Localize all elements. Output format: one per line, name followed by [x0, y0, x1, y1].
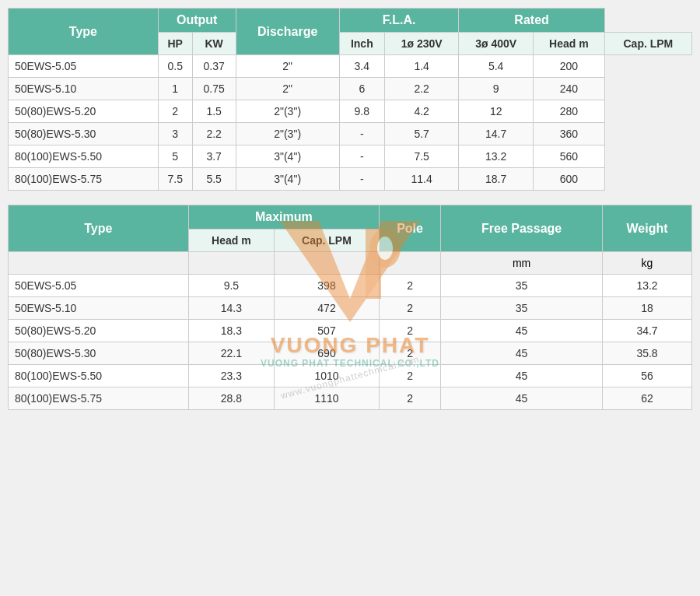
- table2-head-unit: [188, 252, 274, 275]
- cell-type: 50(80)EWS-5.30: [9, 123, 159, 145]
- cell-kw: 5.5: [192, 168, 236, 191]
- table1-inch-header: Inch: [339, 33, 384, 55]
- table1-discharge-header: Discharge: [236, 9, 339, 55]
- cell-head: 13.2: [459, 145, 533, 168]
- cell-cap: 240: [533, 78, 604, 100]
- cell-cap: 1110: [275, 387, 380, 410]
- table-row: 80(100)EWS-5.50 23.3 1010 2 45 56: [9, 365, 692, 387]
- cell-head: 14.7: [459, 123, 533, 145]
- cell-hp: 0.5: [158, 55, 192, 78]
- cell-weight: 62: [603, 387, 692, 410]
- table1-output-header: Output: [158, 9, 236, 33]
- cell-cap: 200: [533, 55, 604, 78]
- table-row: 50EWS-5.05 9.5 398 2 35 13.2: [9, 275, 692, 297]
- cell-fla3: 7.5: [384, 145, 458, 168]
- cell-weight: 13.2: [603, 275, 692, 297]
- cell-type: 80(100)EWS-5.75: [9, 168, 159, 191]
- table2-freepassage-header: Free Passage: [441, 205, 603, 252]
- cell-fp: 35: [441, 297, 603, 320]
- cell-fp: 45: [441, 320, 603, 342]
- cell-pole: 2: [379, 275, 440, 297]
- table2-type-header: Type: [9, 205, 189, 252]
- cell-type: 50(80)EWS-5.20: [9, 320, 189, 342]
- table2-pole-header: Pole: [379, 205, 440, 252]
- table2-maximum-header: Maximum: [188, 205, 379, 230]
- cell-type: 50(80)EWS-5.30: [9, 342, 189, 365]
- cell-weight: 35.8: [603, 342, 692, 365]
- table-row: 80(100)EWS-5.75 7.5 5.5 3"(4") - 11.4 18…: [9, 168, 692, 191]
- cell-weight: 34.7: [603, 320, 692, 342]
- cell-kw: 2.2: [192, 123, 236, 145]
- cell-kw: 3.7: [192, 145, 236, 168]
- table2-pole-unit: [379, 252, 440, 275]
- table-row: 50(80)EWS-5.20 2 1.5 2"(3") 9.8 4.2 12 2…: [9, 100, 692, 123]
- cell-fla1: -: [339, 168, 384, 191]
- cell-fla3: 1.4: [384, 55, 458, 78]
- cell-head: 12: [459, 100, 533, 123]
- cell-hp: 1: [158, 78, 192, 100]
- cell-type: 80(100)EWS-5.75: [9, 387, 189, 410]
- table1-body: 50EWS-5.05 0.5 0.37 2" 3.4 1.4 5.4 200 5…: [9, 55, 692, 191]
- table1-kw-header: KW: [192, 33, 236, 55]
- cell-type: 80(100)EWS-5.50: [9, 145, 159, 168]
- cell-head: 9.5: [188, 275, 274, 297]
- cell-kw: 0.37: [192, 55, 236, 78]
- cell-cap: 472: [275, 297, 380, 320]
- cell-cap: 398: [275, 275, 380, 297]
- cell-discharge: 3"(4"): [236, 168, 339, 191]
- table2-weight-header: Weight: [603, 205, 692, 252]
- table2-fp-unit: mm: [441, 252, 603, 275]
- cell-kw: 1.5: [192, 100, 236, 123]
- table1-fla3-header: 3ø 400V: [459, 33, 533, 55]
- cell-cap: 507: [275, 320, 380, 342]
- table-row: 50(80)EWS-5.30 22.1 690 2 45 35.8: [9, 342, 692, 365]
- cell-fp: 45: [441, 365, 603, 387]
- cell-fla3: 4.2: [384, 100, 458, 123]
- tables-wrapper: Type Output Discharge F.L.A. Rated HP KW…: [8, 8, 692, 424]
- cell-type: 50EWS-5.10: [9, 297, 189, 320]
- cell-head: 18.3: [188, 320, 274, 342]
- cell-discharge: 2"(3"): [236, 100, 339, 123]
- cell-pole: 2: [379, 387, 440, 410]
- cell-head: 28.8: [188, 387, 274, 410]
- cell-hp: 3: [158, 123, 192, 145]
- table1-rated-header: Rated: [459, 9, 604, 33]
- table1-hp-header: HP: [158, 33, 192, 55]
- cell-cap: 280: [533, 100, 604, 123]
- cell-pole: 2: [379, 297, 440, 320]
- cell-hp: 7.5: [158, 168, 192, 191]
- cell-head: 23.3: [188, 365, 274, 387]
- cell-fp: 35: [441, 275, 603, 297]
- cell-cap: 360: [533, 123, 604, 145]
- cell-head: 18.7: [459, 168, 533, 191]
- cell-cap: 690: [275, 342, 380, 365]
- cell-fla1: -: [339, 123, 384, 145]
- cell-cap: 600: [533, 168, 604, 191]
- table1-head-header: Head m: [533, 33, 604, 55]
- cell-head: 9: [459, 78, 533, 100]
- cell-head: 5.4: [459, 55, 533, 78]
- cell-head: 22.1: [188, 342, 274, 365]
- cell-fla1: 9.8: [339, 100, 384, 123]
- table-1: Type Output Discharge F.L.A. Rated HP KW…: [8, 8, 692, 191]
- table2-type-unit: [9, 252, 189, 275]
- table1-cap-header: Cap. LPM: [604, 33, 691, 55]
- cell-fp: 45: [441, 342, 603, 365]
- table-row: 50(80)EWS-5.20 18.3 507 2 45 34.7: [9, 320, 692, 342]
- table2-head-header: Head m: [188, 230, 274, 252]
- cell-hp: 5: [158, 145, 192, 168]
- cell-discharge: 3"(4"): [236, 145, 339, 168]
- cell-pole: 2: [379, 365, 440, 387]
- table2-cap-unit: [275, 252, 380, 275]
- cell-type: 50EWS-5.05: [9, 275, 189, 297]
- cell-discharge: 2": [236, 55, 339, 78]
- cell-fp: 45: [441, 387, 603, 410]
- cell-head: 14.3: [188, 297, 274, 320]
- table1-type-header: Type: [9, 9, 159, 55]
- table2-weight-unit: kg: [603, 252, 692, 275]
- cell-pole: 2: [379, 320, 440, 342]
- cell-weight: 56: [603, 365, 692, 387]
- cell-type: 50EWS-5.05: [9, 55, 159, 78]
- cell-discharge: 2": [236, 78, 339, 100]
- table2-cap-header: Cap. LPM: [275, 230, 380, 252]
